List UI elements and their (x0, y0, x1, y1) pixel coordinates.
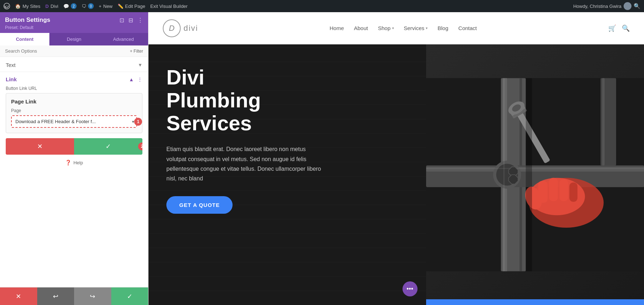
link-more-icon[interactable]: ⋮ (137, 77, 142, 82)
page-link-title: Page Link (11, 98, 137, 105)
wp-logo[interactable] (4, 3, 10, 9)
howdy-label: Howdy, Christina Gwira 🔍 (573, 2, 640, 10)
bottom-save-button[interactable]: ✓ (111, 287, 148, 305)
svg-rect-16 (549, 178, 557, 201)
link-chevron-up-icon[interactable]: ▲ (129, 77, 134, 82)
search-icon[interactable]: 🔍 (634, 3, 640, 9)
bubbles-badge: 0 (88, 3, 94, 9)
filter-button[interactable]: + Filter (130, 49, 143, 54)
hero-right-image (426, 44, 644, 305)
svg-rect-5 (426, 167, 644, 171)
bottom-save-icon: ✓ (127, 292, 132, 300)
help-row[interactable]: ❓ Help (0, 155, 148, 170)
text-section-title: Text (6, 62, 16, 68)
nav-blog[interactable]: Blog (438, 25, 448, 31)
badge-1: 1 (134, 118, 142, 126)
nav-contact[interactable]: Contact (458, 25, 477, 31)
page-field-label: Page (11, 108, 137, 113)
edit-page-item[interactable]: ✏️ Edit Page (118, 4, 145, 9)
svg-marker-26 (508, 175, 518, 184)
layout-icon[interactable]: ⊟ (128, 17, 133, 24)
bottom-redo-icon: ↪ (90, 292, 95, 300)
tab-advanced[interactable]: Advanced (99, 33, 148, 45)
bubbles-item[interactable]: 🗨 0 (82, 3, 94, 9)
button-link-url-label: Button Link URL (0, 86, 148, 93)
text-chevron-icon: ▼ (138, 62, 142, 68)
blue-strip (426, 299, 644, 305)
bottom-redo-button[interactable]: ↪ (74, 287, 111, 305)
avatar (624, 2, 631, 10)
site-menu: Home About Shop ▾ Services ▾ Blog Contac… (330, 25, 477, 31)
exit-visual-builder[interactable]: Exit Visual Builder (150, 4, 188, 9)
tabs-row: Content Design Advanced (0, 33, 148, 45)
search-row: + Filter (0, 45, 148, 57)
admin-bar-right: Howdy, Christina Gwira 🔍 (573, 2, 640, 10)
bottom-cancel-icon: ✕ (16, 292, 21, 300)
badge-2: 2 (138, 142, 142, 150)
svg-rect-20 (503, 78, 504, 271)
hero-description: Etiam quis blandit erat. Donec laoreet l… (166, 144, 324, 183)
right-preview: D divi Home About Shop ▾ Services ▾ Blog… (148, 12, 644, 305)
comments-badge: 2 (71, 3, 77, 9)
help-label: Help (73, 160, 83, 165)
comments-item[interactable]: 💬 2 (63, 3, 77, 9)
link-icons: ▲ ⋮ (129, 77, 142, 82)
left-panel: Button Settings ⊡ ⊟ ⋮ Preset: Default Co… (0, 12, 148, 305)
nav-shop[interactable]: Shop ▾ (378, 25, 394, 31)
viewport-icon[interactable]: ⊡ (119, 17, 124, 24)
cart-icon[interactable]: 🛒 (608, 24, 616, 32)
page-link-box: Page Link Page Download a FREE Header & … (6, 93, 142, 133)
panel-header: Button Settings ⊡ ⊟ ⋮ Preset: Default (0, 12, 148, 33)
cancel-button[interactable]: ✕ (6, 138, 74, 155)
tab-content[interactable]: Content (0, 33, 49, 45)
svg-rect-24 (602, 78, 604, 165)
bottom-toolbar: ✕ ↩ ↪ ✓ (0, 287, 148, 305)
confirm-icon: ✓ (106, 142, 111, 150)
divi-item[interactable]: D Divi (45, 4, 58, 9)
logo-icon: D (163, 19, 181, 37)
search-input[interactable] (5, 48, 127, 54)
help-icon: ❓ (65, 160, 71, 165)
nav-icons: 🛒 🔍 (608, 24, 630, 32)
services-chevron-icon: ▾ (426, 26, 428, 30)
link-section-title: Link (6, 76, 17, 82)
text-section-header[interactable]: Text ▼ (0, 57, 148, 72)
cancel-icon: ✕ (37, 142, 43, 150)
hero-section: Divi Plumbing Services Etiam quis blandi… (148, 44, 644, 305)
confirm-button[interactable]: ✓ 2 (74, 138, 142, 155)
panel-title: Button Settings (5, 16, 50, 24)
bottom-cancel-button[interactable]: ✕ (0, 287, 37, 305)
page-select[interactable]: Download a FREE Header & Footer f... (11, 115, 137, 128)
action-row: ✕ ✓ 2 (6, 138, 142, 155)
nav-search-icon[interactable]: 🔍 (622, 24, 630, 32)
hero-title: Divi Plumbing Services (166, 66, 408, 134)
plumbing-illustration (426, 44, 644, 305)
hero-text-block: Divi Plumbing Services Etiam quis blandi… (166, 66, 408, 214)
bottom-undo-icon: ↩ (53, 292, 58, 300)
site-nav: D divi Home About Shop ▾ Services ▾ Blog… (148, 12, 644, 44)
tab-design[interactable]: Design (49, 33, 99, 45)
nav-home[interactable]: Home (330, 25, 344, 31)
three-dots-button[interactable]: ••• (402, 281, 418, 296)
wp-admin-bar: 🏠 My Sites D Divi 💬 2 🗨 0 + New ✏️ Edit … (0, 0, 644, 12)
svg-rect-18 (569, 183, 577, 202)
hero-left: Divi Plumbing Services Etiam quis blandi… (148, 44, 426, 305)
page-select-wrapper: Download a FREE Header & Footer f... ▾ 1 (11, 115, 137, 128)
nav-about[interactable]: About (354, 25, 368, 31)
more-icon[interactable]: ⋮ (137, 17, 143, 24)
svg-rect-17 (559, 179, 568, 201)
cta-button[interactable]: GET A QUOTE (166, 196, 233, 214)
my-sites-item[interactable]: 🏠 My Sites (15, 4, 40, 9)
svg-rect-22 (526, 78, 532, 271)
panel-header-icons: ⊡ ⊟ ⋮ (119, 17, 143, 24)
svg-rect-21 (426, 168, 644, 169)
main-layout: Button Settings ⊡ ⊟ ⋮ Preset: Default Co… (0, 12, 644, 305)
preset-label[interactable]: Preset: Default (5, 25, 143, 30)
nav-services[interactable]: Services ▾ (404, 25, 428, 31)
logo-name: divi (184, 24, 198, 33)
site-logo: D divi (163, 19, 198, 37)
new-item[interactable]: + New (99, 4, 113, 9)
bottom-undo-button[interactable]: ↩ (37, 287, 74, 305)
link-section-header: Link ▲ ⋮ (0, 72, 148, 86)
shop-chevron-icon: ▾ (392, 26, 394, 30)
